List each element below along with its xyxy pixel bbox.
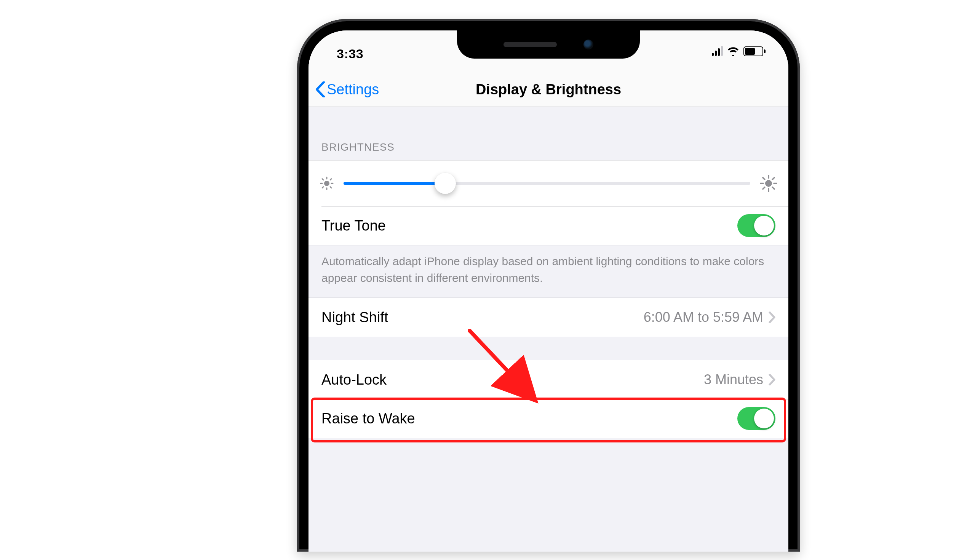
- chevron-left-icon: [315, 82, 325, 97]
- brightness-slider[interactable]: [343, 182, 750, 185]
- screen: 3:33 Setting: [308, 30, 788, 552]
- phone-frame: 3:33 Setting: [297, 19, 800, 552]
- status-time: 3:33: [337, 47, 363, 61]
- sun-low-icon: [320, 177, 334, 190]
- auto-lock-raise-group: Auto-Lock 3 Minutes Raise to Wake: [308, 360, 788, 438]
- night-shift-label: Night Shift: [321, 309, 388, 326]
- back-button[interactable]: Settings: [315, 82, 379, 98]
- svg-line-7: [330, 179, 331, 180]
- nav-bar: Settings Display & Brightness: [308, 72, 788, 107]
- brightness-slider-thumb[interactable]: [435, 173, 456, 194]
- brightness-slider-fill: [343, 182, 445, 185]
- toggle-knob: [754, 408, 774, 428]
- svg-line-15: [773, 187, 774, 189]
- raise-to-wake-toggle[interactable]: [738, 407, 776, 430]
- back-label: Settings: [327, 82, 379, 98]
- raise-to-wake-row: Raise to Wake: [308, 399, 788, 438]
- auto-lock-label: Auto-Lock: [321, 372, 386, 388]
- night-shift-row[interactable]: Night Shift 6:00 AM to 5:59 AM: [308, 298, 788, 337]
- svg-point-0: [324, 181, 329, 186]
- front-camera: [584, 40, 594, 50]
- cellular-signal-icon: [712, 47, 723, 56]
- battery-icon: [743, 47, 766, 56]
- auto-lock-row[interactable]: Auto-Lock 3 Minutes: [308, 360, 788, 399]
- true-tone-row: True Tone: [308, 206, 788, 245]
- status-icons: [712, 47, 766, 56]
- raise-to-wake-label: Raise to Wake: [321, 410, 415, 427]
- true-tone-toggle[interactable]: [738, 214, 776, 237]
- settings-content: BRIGHTNESS: [308, 107, 788, 438]
- svg-line-14: [763, 178, 765, 180]
- sun-high-icon: [760, 175, 777, 192]
- notch: [457, 30, 640, 58]
- svg-line-8: [322, 187, 323, 188]
- night-shift-value: 6:00 AM to 5:59 AM: [644, 309, 763, 325]
- wifi-icon: [727, 47, 739, 56]
- page-title: Display & Brightness: [308, 82, 788, 98]
- speaker-grille: [503, 42, 557, 47]
- brightness-section-header: BRIGHTNESS: [308, 107, 788, 160]
- chevron-right-icon: [769, 312, 776, 323]
- svg-line-16: [773, 178, 774, 180]
- night-shift-group: Night Shift 6:00 AM to 5:59 AM: [308, 298, 788, 337]
- chevron-right-icon: [769, 374, 776, 385]
- auto-lock-value: 3 Minutes: [704, 372, 763, 388]
- stage: 3:33 Setting: [0, 0, 975, 560]
- toggle-knob: [754, 216, 774, 235]
- svg-line-5: [322, 179, 323, 180]
- svg-line-6: [330, 187, 331, 188]
- svg-line-17: [763, 187, 765, 189]
- svg-point-9: [765, 180, 772, 187]
- true-tone-footer: Automatically adapt iPhone display based…: [308, 245, 788, 298]
- brightness-group: True Tone: [308, 160, 788, 245]
- true-tone-label: True Tone: [321, 218, 386, 234]
- brightness-slider-row: [308, 160, 788, 206]
